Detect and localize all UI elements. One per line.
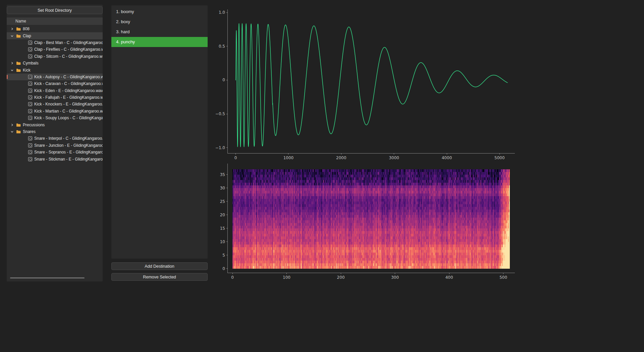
y-tick-label: 5 [222,253,225,258]
file-label: Kick - Autopsy - C - GlidingKangaroo.wav [34,75,103,79]
file-label: Kick - Knockers - E - GlidingKangaroo.wa… [34,102,103,106]
x-tick-label: 5000 [494,156,505,160]
destination-item[interactable]: 3. hard [111,27,208,37]
y-tick-label: 10 [220,239,225,244]
file-label: Clap - Fireflies - C - GlidingKangaroo.w… [34,47,103,52]
tree-file-row[interactable]: Kick - Fallujah - E - GlidingKangaroo.wa… [7,94,103,101]
file-label: Clap - Best Man - C - GlidingKangaroo.wa… [34,40,103,45]
x-tick-mark [341,153,341,155]
descriptor-panel: 1. boomy2. boxy3. hard4. punchy [111,5,208,259]
folder-icon [16,123,21,127]
y-tick-mark [226,201,228,202]
x-tick-label: 100 [283,275,290,280]
tree-file-row[interactable]: Kick - Soupy Loops - C - GlidingKangaroo… [7,115,103,121]
y-tick-label: 1.0 [219,10,225,15]
chevron-down-icon[interactable] [10,130,14,133]
spectrogram-canvas [232,169,510,269]
y-tick-label: 20 [220,213,225,217]
x-tick-label: 4000 [442,156,452,160]
audio-file-icon [28,143,32,147]
y-tick-mark [226,188,228,188]
file-browser-panel: Set Root Directory Name 808ClapClap - Be… [7,5,103,281]
tree-folder-row[interactable]: Precussions [7,121,103,128]
y-tick-label: 30 [220,186,225,190]
audio-file-icon [28,95,32,99]
folder-icon [16,27,21,31]
file-label: Kick - Caravan - C - GlidingKangaroo.wav [34,81,103,86]
audio-file-icon [28,47,32,51]
tree-folder-row[interactable]: Clap [7,32,103,39]
chevron-down-icon[interactable] [10,34,14,38]
waveform-plot: 010002000300040005000−1.0−0.500.51.0 [227,9,515,153]
file-label: Snare - Stickman - E - GlidingKangaroo.w… [34,157,103,162]
audio-file-icon [28,54,32,58]
x-tick-mark [341,273,341,274]
audio-file-icon [28,82,32,86]
x-tick-label: 0 [231,275,234,280]
remove-selected-button[interactable]: Remove Selected [111,273,208,281]
tree-folder-row[interactable]: Kick [7,67,103,73]
chevron-down-icon[interactable] [10,69,14,72]
y-tick-mark [226,174,228,175]
x-tick-label: 1000 [283,156,294,160]
tree-file-row[interactable]: Kick - Autopsy - C - GlidingKangaroo.wav [7,74,103,80]
folder-label: Precussions [23,123,103,127]
file-label: Clap - Sitcom - C - GlidingKangaroo.wav [34,54,103,59]
y-tick-mark [226,268,228,269]
tree-file-row[interactable]: Kick - Martian - C - GlidingKangaroo.wav [7,108,103,115]
x-tick-mark [503,273,503,274]
y-tick-label: 25 [220,199,225,204]
set-root-directory-button[interactable]: Set Root Directory [7,6,103,14]
file-label: Snare - Sopranos - E - GlidingKangaroo.w… [34,150,103,155]
y-tick-mark [226,228,228,228]
x-tick-mark [394,153,394,155]
destination-item[interactable]: 4. punchy [111,37,208,47]
y-tick-mark [226,241,228,242]
waveform-canvas [228,9,515,153]
folder-label: Clap [23,34,103,38]
destination-item[interactable]: 1. boomy [111,7,208,17]
destination-item[interactable]: 2. boxy [111,17,208,27]
x-tick-label: 400 [445,275,453,280]
x-tick-label: 3000 [389,156,399,160]
tree-file-row[interactable]: Snare - Stickman - E - GlidingKangaroo.w… [7,156,103,162]
tree-file-row[interactable]: Snare - Junction - E - GlidingKangaroo.w… [7,142,103,149]
x-tick-label: 2000 [336,156,346,160]
tree-folder-row[interactable]: Cymbals [7,60,103,67]
audio-file-icon [28,109,32,113]
tree-file-row[interactable]: Kick - Caravan - C - GlidingKangaroo.wav [7,80,103,87]
file-label: Snare - Junction - E - GlidingKangaroo.w… [34,143,103,148]
x-tick-label: 500 [499,275,507,280]
y-tick-mark [226,114,228,114]
tree-file-row[interactable]: Clap - Sitcom - C - GlidingKangaroo.wav [7,53,103,60]
tree-folder-row[interactable]: Snares [7,128,103,135]
folder-icon [16,61,21,65]
chevron-right-icon[interactable] [10,27,14,31]
audio-file-icon [28,102,32,106]
chevron-right-icon[interactable] [10,123,14,127]
x-tick-mark [449,273,449,274]
horizontal-scrollbar-thumb[interactable] [10,277,85,278]
audio-file-icon [28,157,32,161]
y-tick-label: 0 [222,266,225,271]
audio-file-icon [28,150,32,154]
tree-folder-row[interactable]: 808 [7,26,103,32]
tree-file-row[interactable]: Kick - Eden - E - GlidingKangaroo.wav [7,87,103,94]
tree-file-row[interactable]: Clap - Fireflies - C - GlidingKangaroo.w… [7,46,103,53]
file-tree: 808ClapClap - Best Man - C - GlidingKang… [7,26,103,163]
x-tick-label: 0 [234,156,237,160]
x-tick-mark [235,153,236,155]
y-tick-label: −1.0 [215,145,225,150]
chevron-right-icon[interactable] [10,61,14,65]
tree-file-row[interactable]: Snare - Interpol - C - GlidingKangaroo.w… [7,135,103,142]
add-destination-button[interactable]: Add Destination [111,262,208,270]
tree-file-row[interactable]: Clap - Best Man - C - GlidingKangaroo.wa… [7,39,103,46]
y-tick-mark [226,46,228,46]
file-label: Kick - Soupy Loops - C - GlidingKangaroo… [34,116,103,120]
descriptor-list: 1. boomy2. boxy3. hard4. punchy [111,5,208,47]
tree-header: Name [7,17,103,25]
audio-file-icon [28,75,32,79]
y-tick-label: 15 [220,226,225,231]
tree-file-row[interactable]: Snare - Sopranos - E - GlidingKangaroo.w… [7,149,103,156]
tree-file-row[interactable]: Kick - Knockers - E - GlidingKangaroo.wa… [7,101,103,107]
